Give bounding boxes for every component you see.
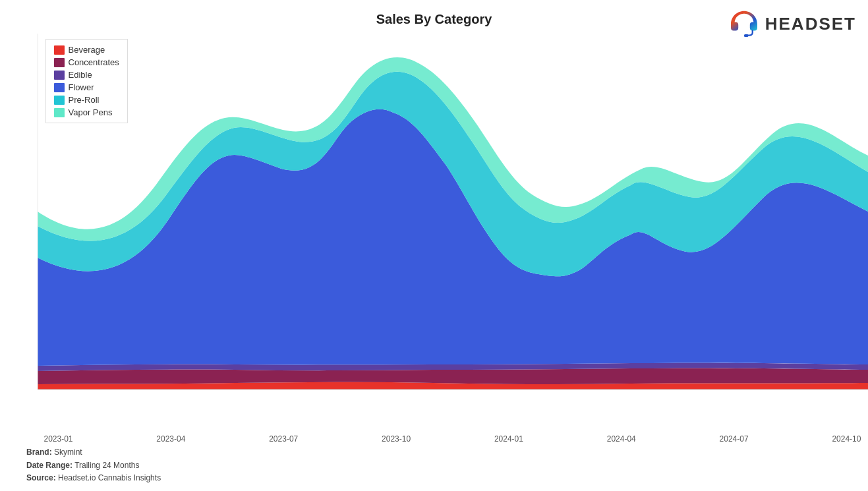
legend-item-beverage: Beverage [54,45,119,55]
legend-item-concentrates: Concentrates [54,57,119,67]
x-label-7: 2024-10 [832,434,861,444]
x-label-0: 2023-01 [44,434,73,444]
footer-brand-label: Brand: [26,448,52,457]
legend-color-vapor-pens [54,108,65,117]
chart-legend: Beverage Concentrates Edible Flower Pre-… [45,39,128,123]
footer-info: Brand: Skymint Date Range: Trailing 24 M… [26,446,161,484]
legend-item-flower: Flower [54,82,119,92]
legend-item-vapor-pens: Vapor Pens [54,107,119,117]
legend-item-preroll: Pre-Roll [54,95,119,105]
legend-item-edible: Edible [54,70,119,80]
x-label-6: 2024-07 [720,434,749,444]
legend-color-preroll [54,96,65,105]
legend-label-concentrates: Concentrates [69,57,119,67]
footer-source: Source: Headset.io Cannabis Insights [26,472,161,484]
footer-date-range: Date Range: Trailing 24 Months [26,459,161,472]
x-label-1: 2023-04 [156,434,185,444]
footer-date-range-value: Trailing 24 Months [74,461,139,470]
legend-color-beverage [54,45,65,55]
footer-brand-value: Skymint [54,448,82,457]
x-axis-labels: 2023-01 2023-04 2023-07 2023-10 2024-01 … [38,434,868,444]
area-concentrates [38,368,868,384]
x-label-2: 2023-07 [269,434,298,444]
logo-text: HEADSET [765,14,856,34]
legend-label-beverage: Beverage [69,45,105,55]
legend-label-flower: Flower [69,82,94,92]
x-label-4: 2024-01 [494,434,523,444]
legend-color-flower [54,83,65,92]
legend-label-preroll: Pre-Roll [69,95,100,105]
footer-source-value: Headset.io Cannabis Insights [58,473,161,482]
x-label-3: 2023-10 [382,434,411,444]
chart-area: Beverage Concentrates Edible Flower Pre-… [38,34,868,416]
legend-color-concentrates [54,58,65,67]
footer-brand: Brand: Skymint [26,446,161,459]
legend-label-edible: Edible [69,70,92,80]
legend-color-edible [54,71,65,80]
footer-source-label: Source: [26,473,56,482]
x-label-5: 2024-04 [607,434,636,444]
chart-svg [38,34,868,416]
legend-label-vapor-pens: Vapor Pens [69,107,113,117]
footer-date-range-label: Date Range: [26,461,72,470]
